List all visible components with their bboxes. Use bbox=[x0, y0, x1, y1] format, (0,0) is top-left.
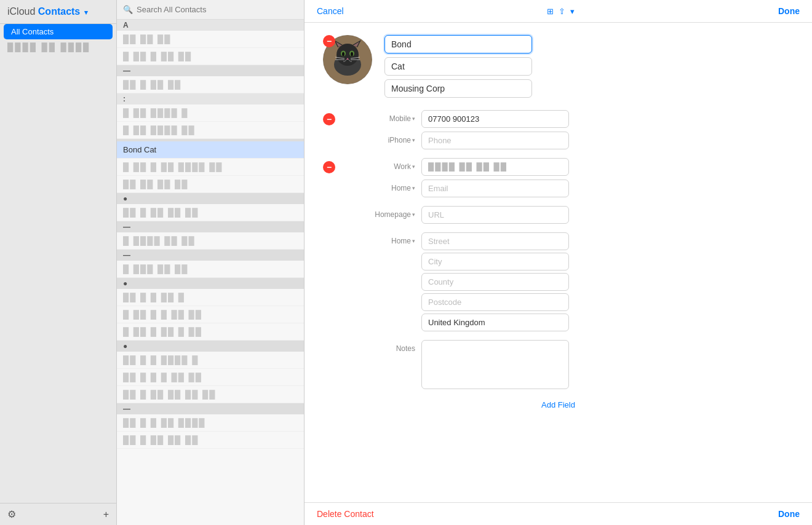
home-address-label-area: Home ▾ bbox=[341, 232, 415, 245]
svg-point-2 bbox=[336, 44, 359, 66]
list-item[interactable]: ██ █ █ █ ██ ██ bbox=[117, 369, 304, 386]
cancel-button[interactable]: Cancel bbox=[317, 6, 344, 16]
contact-list: 🔍 A ██ ██ ██ █ ██ █ ██ ██ — ██ █ ██ ██ :… bbox=[117, 0, 304, 525]
mobile-label-dropdown[interactable]: Mobile ▾ bbox=[389, 114, 415, 123]
homepage-label-area: Homepage ▾ bbox=[341, 206, 415, 219]
list-item[interactable]: ██ █ █ ██ ████ bbox=[117, 414, 304, 432]
svg-point-9 bbox=[342, 52, 344, 57]
remove-mobile-button[interactable]: − bbox=[323, 113, 335, 125]
work-email-row: − Work ▾ bbox=[323, 158, 794, 176]
settings-button[interactable]: ⚙ bbox=[7, 508, 16, 520]
add-field-button[interactable]: Add Field bbox=[541, 400, 575, 409]
street-input[interactable] bbox=[421, 232, 569, 250]
add-contact-button[interactable]: + bbox=[103, 508, 109, 520]
section-header-dot3: ● bbox=[117, 341, 304, 352]
work-email-input[interactable] bbox=[421, 158, 569, 176]
list-item[interactable]: ██ █ █ ██ █ bbox=[117, 289, 304, 306]
list-item[interactable]: ██ █ ██ ██ bbox=[117, 76, 304, 93]
search-input[interactable] bbox=[137, 5, 298, 14]
section-header-a: A bbox=[117, 20, 304, 31]
detail-panel: Cancel ⊞ ⇧ ▾ Done bbox=[304, 0, 812, 525]
sidebar-footer: ⚙ + bbox=[0, 503, 116, 525]
home-email-label-dropdown[interactable]: Home ▾ bbox=[391, 184, 415, 192]
country-input[interactable] bbox=[421, 314, 569, 331]
iphone-row: iPhone ▾ bbox=[323, 132, 794, 149]
sidebar-item-blurred[interactable]: ████ ██ ████ bbox=[0, 39, 116, 55]
grid-icon[interactable]: ⊞ bbox=[547, 7, 554, 16]
list-item-bond-cat[interactable]: Bond Cat bbox=[117, 141, 304, 159]
list-item[interactable]: █ ██ █ ██ ████ ██ bbox=[117, 159, 304, 176]
list-item[interactable]: █ ██ █ ██ ██ bbox=[117, 48, 304, 65]
mobile-chevron: ▾ bbox=[412, 116, 415, 122]
list-item[interactable]: ██ █ ██ ██ ██ bbox=[117, 432, 304, 449]
section-header-dash1: — bbox=[117, 65, 304, 76]
contact-list-body: A ██ ██ ██ █ ██ █ ██ ██ — ██ █ ██ ██ : █… bbox=[117, 20, 304, 525]
icloud-label: iCloud bbox=[7, 6, 35, 17]
work-email-label: Work bbox=[394, 162, 411, 171]
done-footer-button[interactable]: Done bbox=[778, 509, 800, 519]
county-input[interactable] bbox=[421, 273, 569, 291]
list-item[interactable]: █ ████ ██ ██ bbox=[117, 232, 304, 250]
homepage-label-dropdown[interactable]: Homepage ▾ bbox=[375, 210, 415, 219]
home-address-label-dropdown[interactable]: Home ▾ bbox=[391, 237, 415, 245]
avatar-wrapper: − bbox=[323, 35, 372, 84]
iphone-chevron: ▾ bbox=[412, 137, 415, 143]
search-icon: 🔍 bbox=[123, 5, 133, 14]
list-item[interactable]: █ ██ █ ██ █ ██ bbox=[117, 323, 304, 341]
list-item[interactable]: █ ██ █ █ ██ ██ bbox=[117, 306, 304, 323]
homepage-input[interactable] bbox=[421, 206, 569, 224]
home-email-label: Home bbox=[391, 184, 411, 192]
home-address-chevron: ▾ bbox=[412, 238, 415, 244]
delete-contact-button[interactable]: Delete Contact bbox=[317, 509, 374, 519]
address-block bbox=[421, 232, 569, 331]
sidebar: iCloud Contacts ▾ All Contacts ████ ██ █… bbox=[0, 0, 117, 525]
list-item[interactable]: ██ ██ ██ ██ bbox=[117, 176, 304, 193]
iphone-label: iPhone bbox=[388, 136, 411, 144]
work-email-chevron: ▾ bbox=[412, 164, 415, 170]
search-bar: 🔍 bbox=[117, 0, 304, 20]
company-input[interactable] bbox=[384, 79, 532, 98]
mobile-input[interactable] bbox=[421, 110, 569, 128]
iphone-label-dropdown[interactable]: iPhone ▾ bbox=[388, 136, 415, 144]
contact-top: − bbox=[323, 35, 794, 98]
home-email-input[interactable] bbox=[421, 180, 569, 197]
remove-photo-button[interactable]: − bbox=[323, 35, 335, 47]
list-item[interactable]: █ ██ ████ ██ bbox=[117, 122, 304, 139]
list-item[interactable]: ██ █ ██ ██ ██ ██ bbox=[117, 386, 304, 403]
homepage-chevron: ▾ bbox=[412, 211, 415, 218]
mobile-label: Mobile bbox=[389, 114, 411, 123]
city-input[interactable] bbox=[421, 253, 569, 270]
iphone-input[interactable] bbox=[421, 132, 569, 149]
home-address-label: Home bbox=[391, 237, 411, 245]
list-item[interactable]: █ ███ ██ ██ bbox=[117, 261, 304, 278]
contacts-label: Contacts bbox=[38, 6, 80, 17]
section-header-dash2: — bbox=[117, 221, 304, 232]
section-header-dash3: — bbox=[117, 250, 304, 261]
add-field-row: Add Field bbox=[323, 393, 794, 417]
home-address-row: Home ▾ bbox=[323, 232, 794, 331]
name-fields bbox=[384, 35, 794, 98]
list-item[interactable]: ██ █ █ ████ █ bbox=[117, 352, 304, 369]
section-header-dot1: ● bbox=[117, 193, 304, 204]
list-item[interactable]: ██ ██ ██ bbox=[117, 31, 304, 48]
remove-work-email-button[interactable]: − bbox=[323, 161, 335, 173]
last-name-input[interactable] bbox=[384, 57, 532, 76]
work-email-label-dropdown[interactable]: Work ▾ bbox=[394, 162, 415, 171]
share-icon[interactable]: ⇧ bbox=[559, 7, 565, 16]
app-header: iCloud Contacts ▾ bbox=[0, 0, 116, 24]
first-name-input[interactable] bbox=[384, 35, 532, 53]
done-button[interactable]: Done bbox=[778, 6, 800, 16]
section-header-dash4: — bbox=[117, 403, 304, 414]
list-item[interactable]: ██ █ ██ ██ ██ bbox=[117, 204, 304, 221]
postcode-input[interactable] bbox=[421, 293, 569, 311]
notes-input[interactable] bbox=[421, 340, 569, 389]
home-email-row: Home ▾ bbox=[323, 180, 794, 197]
sidebar-item-all-contacts[interactable]: All Contacts bbox=[4, 24, 113, 39]
header-icons: ⊞ ⇧ ▾ bbox=[547, 7, 575, 16]
home-email-chevron: ▾ bbox=[412, 185, 415, 191]
more-icon[interactable]: ▾ bbox=[570, 7, 575, 16]
list-item[interactable]: █ ██ ████ █ bbox=[117, 105, 304, 122]
mobile-row: − Mobile ▾ bbox=[323, 110, 794, 128]
notes-row: Notes bbox=[323, 340, 794, 389]
contacts-dropdown-arrow[interactable]: ▾ bbox=[84, 9, 88, 16]
